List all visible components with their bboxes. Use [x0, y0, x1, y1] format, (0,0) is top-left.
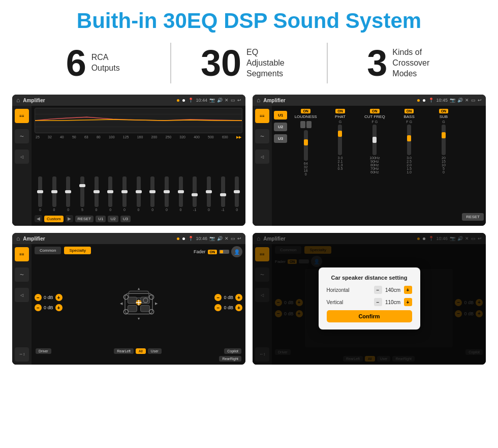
fader-slider-mini[interactable]	[219, 250, 229, 254]
fader-plus-1[interactable]: +	[55, 294, 63, 301]
fader-tab-specialty[interactable]: Specialty	[64, 247, 90, 254]
eq-slider-2[interactable]: 0	[49, 176, 60, 212]
loudness-sw2[interactable]	[306, 121, 312, 128]
eq-play-btn[interactable]: ▶	[66, 215, 73, 222]
eq-prev-btn[interactable]: ◀	[35, 215, 42, 222]
eq-u3-btn[interactable]: U3	[120, 216, 131, 222]
eq-slider-11[interactable]: 0	[175, 176, 186, 212]
phat-on-badge[interactable]: ON	[335, 109, 345, 113]
fader-side-btn-eq[interactable]: ≡≡	[15, 247, 29, 261]
xover-preset-u2[interactable]: U2	[274, 123, 287, 131]
confirm-button[interactable]: Confirm	[327, 310, 412, 322]
fader-right-col: − 0 dB + − 0 dB +	[214, 259, 242, 346]
fader-minus-1[interactable]: −	[35, 294, 42, 301]
eq-slider-3[interactable]: 0	[63, 176, 74, 212]
fader-tab-common[interactable]: Common	[35, 247, 61, 254]
eq-main: 2532405063 80100125160200 25032040050063…	[32, 106, 245, 226]
screen-eq: ⌂ Amplifier 📍 10:44 📷 🔊 ✕ ▭ ↩ ≡≡ 〜 ◁	[12, 95, 245, 226]
eq-side-btn-speaker[interactable]: ◁	[15, 150, 29, 164]
xover-side-btn-wave[interactable]: 〜	[255, 129, 269, 143]
fader-plus-4[interactable]: +	[235, 304, 242, 311]
speaker-rearleft-btn[interactable]: RearLeft	[114, 348, 134, 354]
phat-value: 3.02.11.30.5	[338, 156, 343, 170]
eq-slider-10[interactable]: 0	[161, 176, 172, 212]
fader-minus-3[interactable]: −	[214, 294, 222, 301]
stat-crossover: 3 Kinds ofCrossover Modes	[333, 45, 478, 81]
fader-plus-3[interactable]: +	[235, 294, 242, 301]
status-icons-3: 📍 10:46 📷 🔊 ✕ ▭ ↩	[188, 236, 241, 241]
location-icon-3: 📍	[188, 236, 194, 241]
eq-slider-1[interactable]: 0	[35, 176, 46, 212]
eq-u1-btn[interactable]: U1	[96, 216, 106, 222]
eq-slider-5[interactable]: 0	[91, 176, 102, 212]
loudness-slider[interactable]	[304, 130, 308, 161]
eq-slider-6[interactable]: 0	[105, 176, 116, 212]
eq-side-btn-wave[interactable]: 〜	[15, 129, 29, 143]
cutfreq-label: CUT FREQ	[364, 114, 385, 119]
dialog-vertical-minus[interactable]: −	[374, 298, 382, 306]
fader-minus-4[interactable]: −	[214, 304, 222, 311]
eq-slider-15[interactable]: 0	[231, 176, 242, 212]
eq-side-btn-eq[interactable]: ≡≡	[15, 109, 29, 123]
xover-preset-u3[interactable]: U3	[274, 134, 287, 143]
side-panel-eq: ≡≡ 〜 ◁	[12, 106, 32, 226]
fader-side-btn-speaker[interactable]: ◁	[15, 288, 29, 302]
fader-person-icon: 👤	[231, 246, 242, 257]
fader-db-value-4: 0 dB	[224, 305, 233, 310]
cutfreq-slider[interactable]	[372, 125, 377, 155]
eq-u2-btn[interactable]: U2	[108, 216, 118, 222]
eq-slider-14[interactable]: -1	[217, 176, 229, 212]
dialog-horizontal-plus[interactable]: +	[404, 286, 412, 294]
speaker-copilot-btn[interactable]: Copilot	[224, 348, 241, 354]
eq-slider-13[interactable]: 0	[203, 176, 214, 212]
xover-side-btn-speaker[interactable]: ◁	[255, 150, 269, 164]
dialog-vertical-plus[interactable]: +	[404, 298, 412, 306]
sub-on-badge[interactable]: ON	[439, 109, 449, 113]
home-icon-3[interactable]: ⌂	[16, 235, 20, 242]
bass-on-badge[interactable]: ON	[404, 109, 414, 113]
eq-slider-9[interactable]: 0	[147, 176, 158, 212]
cutfreq-on-badge[interactable]: ON	[370, 109, 380, 113]
home-icon-2[interactable]: ⌂	[257, 97, 260, 104]
status-dot-2	[423, 99, 425, 102]
back-icon-2[interactable]: ↩	[478, 98, 482, 103]
fader-side-btn-wave[interactable]: 〜	[15, 267, 29, 282]
eq-custom-btn[interactable]: Custom	[44, 216, 64, 222]
speaker-user-btn[interactable]: User	[148, 348, 162, 354]
fader-plus-2[interactable]: +	[55, 304, 63, 311]
svg-text:▲: ▲	[137, 286, 140, 291]
fader-on-badge[interactable]: ON	[208, 250, 217, 254]
back-icon-1[interactable]: ↩	[237, 98, 241, 103]
bass-slider[interactable]	[407, 125, 411, 155]
xover-preset-u1[interactable]: U1	[274, 111, 287, 120]
sub-slider[interactable]	[442, 125, 446, 155]
speaker-driver-btn[interactable]: Driver	[36, 348, 51, 354]
eq-reset-btn[interactable]: RESET	[75, 216, 94, 222]
screen-body-eq: ≡≡ 〜 ◁	[12, 106, 245, 226]
time-2: 10:45	[436, 98, 448, 103]
stat-divider-2	[327, 43, 328, 83]
phat-slider[interactable]	[338, 125, 342, 155]
fader-minus-2[interactable]: −	[35, 304, 42, 311]
fader-side-btn-arrows[interactable]: ↔↕	[15, 347, 29, 362]
back-icon-3[interactable]: ↩	[237, 236, 241, 241]
xover-reset-btn[interactable]: RESET	[462, 213, 484, 221]
speaker-rearright-btn[interactable]: RearRight	[219, 356, 241, 362]
loudness-on-badge[interactable]: ON	[301, 109, 310, 113]
home-icon-1[interactable]: ⌂	[16, 97, 20, 104]
eq-slider-4[interactable]: 5	[77, 176, 88, 212]
loudness-sw1[interactable]	[300, 121, 305, 128]
eq-slider-12[interactable]: -1	[189, 176, 200, 212]
eq-slider-8[interactable]: 0	[133, 176, 144, 212]
dialog-overlay: Car speaker distance setting Horizontal …	[253, 233, 486, 364]
xover-side-btn-eq[interactable]: ≡≡	[255, 109, 269, 123]
volume-icon-3: 🔊	[217, 236, 223, 241]
svg-rect-8	[140, 306, 149, 312]
eq-slider-7[interactable]: 0	[119, 176, 130, 212]
xover-reset-col: RESET	[462, 109, 484, 223]
speaker-all-btn[interactable]: All	[136, 348, 146, 354]
loudness-label: LOUDNESS	[295, 114, 317, 119]
dialog-horizontal-minus[interactable]: −	[374, 286, 382, 294]
time-3: 10:46	[196, 236, 207, 241]
header: Buith-in 30EQ DSP Sound System	[0, 0, 498, 38]
